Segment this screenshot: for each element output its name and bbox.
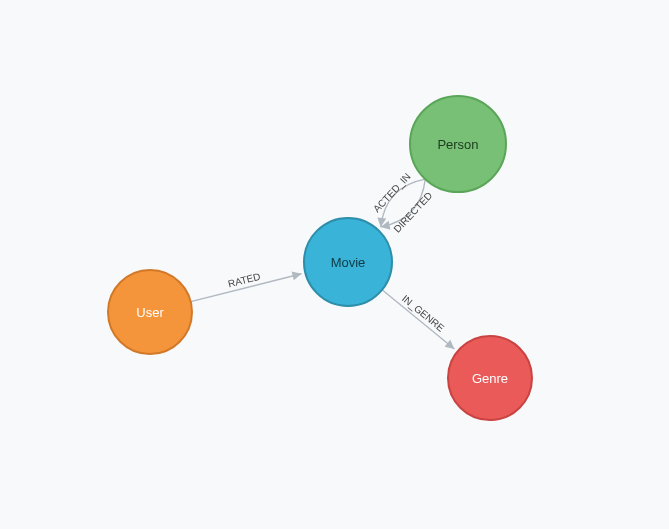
node-person[interactable]: Person	[410, 96, 506, 192]
node-genre[interactable]: Genre	[448, 336, 532, 420]
node-label-genre: Genre	[472, 371, 508, 386]
svg-marker-3	[292, 272, 302, 281]
node-label-movie: Movie	[331, 255, 366, 270]
node-movie[interactable]: Movie	[304, 218, 392, 306]
node-label-person: Person	[437, 137, 478, 152]
node-user[interactable]: User	[108, 270, 192, 354]
edge-label-acted_in: ACTED_IN	[371, 171, 413, 215]
edge-label-directed: DIRECTED	[391, 190, 434, 235]
edge-label-rated: RATED	[227, 271, 262, 290]
node-label-user: User	[136, 305, 164, 320]
edge-label-in_genre: IN_GENRE	[400, 293, 447, 334]
svg-line-4	[382, 290, 454, 349]
svg-marker-5	[445, 340, 455, 349]
